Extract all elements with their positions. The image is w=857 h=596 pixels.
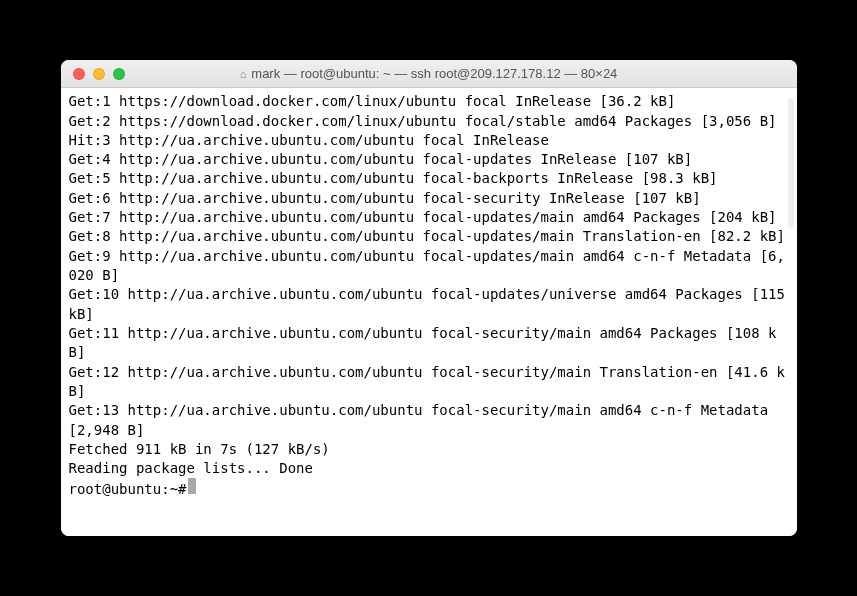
titlebar[interactable]: ⌂ mark — root@ubuntu: ~ — ssh root@209.1…	[61, 60, 797, 88]
scrollbar[interactable]	[788, 98, 794, 228]
window-title: ⌂ mark — root@ubuntu: ~ — ssh root@209.1…	[61, 66, 797, 81]
output-line: Get:2 https://download.docker.com/linux/…	[69, 112, 789, 131]
output-line: Get:6 http://ua.archive.ubuntu.com/ubunt…	[69, 189, 789, 208]
close-button[interactable]	[73, 68, 85, 80]
output-line: Get:1 https://download.docker.com/linux/…	[69, 92, 789, 111]
output-line: Get:13 http://ua.archive.ubuntu.com/ubun…	[69, 401, 789, 440]
cursor	[188, 478, 196, 494]
output-line: Get:9 http://ua.archive.ubuntu.com/ubunt…	[69, 247, 789, 286]
prompt: root@ubuntu:~#	[69, 480, 187, 499]
output-line: Reading package lists... Done	[69, 459, 789, 478]
zoom-button[interactable]	[113, 68, 125, 80]
terminal-window: ⌂ mark — root@ubuntu: ~ — ssh root@209.1…	[61, 60, 797, 536]
prompt-line: root@ubuntu:~#	[69, 478, 789, 499]
output-line: Get:11 http://ua.archive.ubuntu.com/ubun…	[69, 324, 789, 363]
output-line: Get:5 http://ua.archive.ubuntu.com/ubunt…	[69, 169, 789, 188]
title-text: mark — root@ubuntu: ~ — ssh root@209.127…	[251, 66, 617, 81]
terminal-body[interactable]: Get:1 https://download.docker.com/linux/…	[61, 88, 797, 536]
output-line: Get:10 http://ua.archive.ubuntu.com/ubun…	[69, 285, 789, 324]
output-line: Hit:3 http://ua.archive.ubuntu.com/ubunt…	[69, 131, 789, 150]
terminal-output: Get:1 https://download.docker.com/linux/…	[69, 92, 789, 478]
output-line: Get:8 http://ua.archive.ubuntu.com/ubunt…	[69, 227, 789, 246]
output-line: Get:12 http://ua.archive.ubuntu.com/ubun…	[69, 363, 789, 402]
window-controls	[61, 68, 125, 80]
output-line: Fetched 911 kB in 7s (127 kB/s)	[69, 440, 789, 459]
output-line: Get:4 http://ua.archive.ubuntu.com/ubunt…	[69, 150, 789, 169]
output-line: Get:7 http://ua.archive.ubuntu.com/ubunt…	[69, 208, 789, 227]
minimize-button[interactable]	[93, 68, 105, 80]
home-icon: ⌂	[240, 68, 247, 80]
